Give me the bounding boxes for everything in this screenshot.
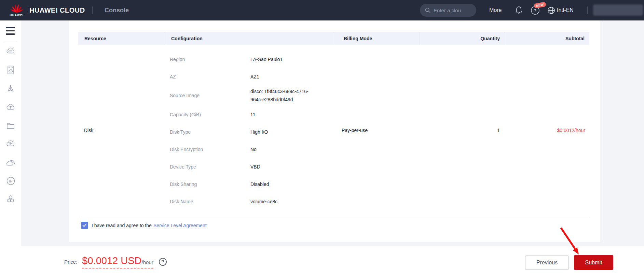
config-row-source-image: Source Image disco: 1f8f46c3-689c-4716-9…: [170, 85, 382, 106]
notifications-button[interactable]: [515, 0, 523, 20]
huawei-logo[interactable]: HUAWEI: [9, 2, 25, 18]
sidebar-item-cloud-host[interactable]: [5, 65, 16, 75]
elastic-ip-icon: IP: [6, 176, 15, 186]
column-header-billing-mode: Billing Mode: [334, 32, 420, 45]
global-search[interactable]: [420, 4, 476, 17]
sidebar-item-elastic-ip[interactable]: IP: [5, 176, 16, 186]
config-row-region: Region LA-Sao Paulo1: [170, 50, 382, 68]
price-unit: /hour: [141, 259, 153, 265]
price-summary: Price: $0.0012 USD /hour ?: [64, 246, 167, 277]
search-icon: [425, 7, 431, 13]
account-name-redacted[interactable]: [593, 4, 643, 16]
config-row-disk-sharing: Disk Sharing Disabled: [170, 175, 382, 193]
cloud-server-icon: [6, 47, 15, 55]
cloud-backup-icon: [6, 140, 15, 148]
sidebar-item-auto-scaling[interactable]: [5, 84, 16, 94]
nav-divider: [587, 6, 588, 14]
language-globe[interactable]: [547, 0, 555, 20]
brand-title: HUAWEI CLOUD: [29, 0, 85, 20]
auto-scaling-icon: [6, 84, 15, 93]
language-selector[interactable]: Intl-EN: [557, 0, 574, 20]
column-header-quantity: Quantity: [420, 32, 505, 45]
config-row-az: AZ AZ1: [170, 68, 382, 85]
quantity-value: 1: [397, 128, 500, 133]
sidebar-item-image-service[interactable]: [5, 102, 16, 112]
price-help-icon[interactable]: ?: [159, 258, 167, 266]
table-header-row: Resource Configuration Billing Mode Quan…: [78, 32, 589, 45]
agreement-divider: [81, 216, 589, 216]
order-summary-card: Resource Configuration Billing Mode Quan…: [69, 20, 600, 242]
config-row-disk-name: Disk Name volume-ce8c: [170, 193, 382, 210]
sidebar-item-cloud-backup[interactable]: [5, 138, 16, 149]
menu-icon[interactable]: [6, 27, 15, 37]
previous-button[interactable]: Previous: [525, 256, 569, 270]
sidebar-item-multi-cloud[interactable]: [5, 158, 16, 168]
resource-name: Disk: [84, 128, 93, 133]
config-row-disk-encryption: Disk Encryption No: [170, 141, 382, 158]
sidebar: IP: [0, 20, 21, 277]
cluster-hexagons-icon: [6, 195, 15, 204]
agreement-row: I have read and agree to the Service Lev…: [81, 222, 207, 229]
config-row-device-type: Device Type VBD: [170, 158, 382, 175]
folder-icon: [6, 121, 15, 130]
content-scroll-rule: [602, 20, 602, 242]
subtotal-value: $0.0012/hour: [516, 128, 585, 133]
sidebar-item-storage[interactable]: [5, 120, 16, 131]
sidebar-divider: [3, 42, 17, 42]
search-input[interactable]: [434, 8, 471, 13]
svg-text:?: ?: [534, 8, 537, 13]
column-header-subtotal: Subtotal: [505, 32, 589, 45]
huawei-logo-word: HUAWEI: [10, 14, 24, 17]
column-header-configuration: Configuration: [165, 32, 334, 45]
bell-icon: [515, 6, 523, 15]
config-row-capacity: Capacity (GiB) 11: [170, 106, 382, 123]
multi-cloud-icon: [5, 159, 16, 167]
service-level-agreement-link[interactable]: Service Level Agreement: [153, 223, 207, 228]
sidebar-item-cloud-server[interactable]: [5, 46, 16, 56]
cloud-upload-icon: [6, 103, 15, 111]
huawei-flower-icon: [10, 2, 24, 14]
column-header-resource: Resource: [78, 32, 165, 45]
price-label: Price:: [64, 259, 77, 265]
check-icon: [82, 223, 87, 227]
submit-button[interactable]: Submit: [574, 255, 613, 270]
nav-divider: [92, 6, 93, 14]
huawei-cloud-console-screen: HUAWEI HUAWEI CLOUD Console More ? NEW: [0, 0, 644, 277]
top-navigation: HUAWEI HUAWEI CLOUD Console More ? NEW: [0, 0, 644, 20]
console-title[interactable]: Console: [105, 0, 129, 20]
cloud-host-card-icon: [6, 65, 15, 75]
more-menu[interactable]: More: [489, 0, 502, 20]
sidebar-item-cluster[interactable]: [5, 194, 16, 204]
billing-mode-value: Pay-per-use: [342, 128, 368, 133]
agreement-text: I have read and agree to the: [92, 223, 152, 228]
bottom-action-bar: Price: $0.0012 USD /hour ? Previous Subm…: [0, 246, 644, 277]
price-value: $0.0012 USD: [82, 255, 141, 266]
svg-text:IP: IP: [9, 179, 12, 183]
globe-icon: [547, 6, 555, 14]
agreement-checkbox[interactable]: [81, 222, 88, 229]
price-value-group: $0.0012 USD /hour: [82, 255, 153, 268]
